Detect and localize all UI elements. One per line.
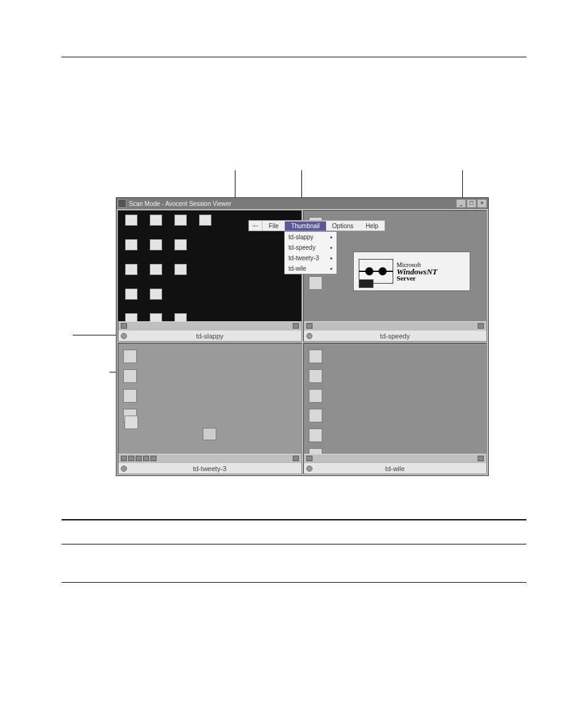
status-indicator-icon (121, 333, 127, 339)
status-indicator-icon (306, 466, 312, 472)
session-viewer-window: Scan Mode - Avocent Session Viewer _ □ ×… (116, 197, 489, 476)
desktop-icons-column (123, 350, 137, 422)
desktop-icon (309, 448, 322, 454)
submenu-arrow-icon: ▸ (330, 255, 333, 261)
nt-logo-line2: WindowsNT (397, 268, 438, 275)
desktop-icon (123, 369, 137, 383)
desktop-icon (122, 239, 141, 258)
nt-card-icon (359, 279, 374, 288)
desktop-icon (123, 350, 137, 363)
thumbnail-dropdown[interactable]: td-slappy ▸ td-speedy ▸ td-tweety-3 ▸ td… (284, 231, 337, 274)
taskbar-clock (293, 323, 299, 329)
callout-line-close-button (462, 170, 463, 197)
thumbtack-icon[interactable]: ⟜ (249, 221, 263, 231)
callout-line-status-indicator (73, 335, 117, 335)
desktop-thumbnail (304, 343, 487, 454)
generic-icon (174, 264, 187, 275)
desktop-icon (122, 215, 141, 233)
desktop-icon (122, 289, 141, 307)
thumbnail-taskbar (304, 454, 487, 462)
desktop-icon (196, 215, 214, 233)
close-button[interactable]: × (477, 199, 487, 208)
horizontal-rule (62, 582, 526, 583)
dropdown-item-label: td-slappy (288, 234, 314, 240)
thumbnail-caption: td-slappy (118, 330, 301, 341)
app-icon (118, 199, 126, 208)
generic-icon (150, 215, 162, 226)
maximize-button[interactable]: □ (467, 199, 476, 208)
menu-options[interactable]: Options (326, 221, 359, 231)
desktop-icon (147, 215, 165, 233)
recycle-bin-icon (203, 428, 216, 440)
submenu-arrow-icon: ▸ (330, 245, 333, 250)
desktop-thumbnail (118, 343, 301, 454)
submenu-arrow-icon: ▸ (330, 234, 333, 240)
desktop-icon (171, 239, 190, 258)
generic-icon (174, 313, 187, 321)
thumbnail-pane-td-tweety-3[interactable]: td-tweety-3 (118, 343, 302, 474)
status-indicator-icon (121, 466, 127, 472)
thumbnail-caption-label: td-speedy (380, 332, 410, 340)
desktop-icon (147, 239, 165, 258)
desktop-icon (171, 264, 190, 282)
desktop-icon (122, 264, 141, 282)
dropdown-item-label: td-wile (288, 265, 306, 272)
desktop-icon (147, 264, 165, 282)
menu-help[interactable]: Help (359, 221, 385, 231)
thumbnail-caption: td-speedy (304, 330, 487, 341)
submenu-arrow-icon: ▸ (330, 266, 333, 271)
desktop-icon (309, 276, 322, 290)
callout-line-thumbtack (235, 170, 235, 200)
windows-nt-splash: Microsoft WindowsNT Server (353, 252, 470, 291)
taskbar-tray (121, 456, 157, 461)
generic-icon (174, 239, 187, 250)
generic-icon (174, 215, 187, 226)
desktop-icon (147, 289, 165, 307)
thumbnail-caption-label: td-tweety-3 (193, 465, 226, 472)
dropdown-item-td-tweety-3[interactable]: td-tweety-3 ▸ (285, 253, 337, 263)
status-indicator-icon (306, 333, 312, 339)
thumbnail-taskbar (118, 321, 301, 330)
desktop-icon (309, 409, 322, 422)
horizontal-rule (62, 57, 526, 57)
titlebar[interactable]: Scan Mode - Avocent Session Viewer _ □ × (116, 198, 488, 209)
thumbnail-taskbar (304, 321, 487, 330)
generic-icon (125, 215, 137, 226)
menu-file[interactable]: File (263, 221, 285, 231)
minimize-button[interactable]: _ (456, 199, 466, 208)
desktop-icon (171, 215, 190, 233)
desktop-icon (147, 313, 165, 321)
dropdown-item-td-speedy[interactable]: td-speedy ▸ (285, 242, 337, 253)
desktop-icon (309, 350, 322, 363)
thumbnail-caption-label: td-slappy (196, 332, 224, 340)
dropdown-item-td-wile[interactable]: td-wile ▸ (285, 263, 337, 274)
window-title: Scan Mode - Avocent Session Viewer (129, 200, 456, 207)
nt-logo-text: Microsoft WindowsNT Server (397, 261, 438, 282)
thumbnail-pane-td-wile[interactable]: td-wile (303, 343, 488, 474)
desktop-icon (171, 313, 190, 321)
desktop-icon (309, 369, 322, 383)
thumbnail-caption: td-wile (304, 462, 487, 474)
dropdown-item-td-slappy[interactable]: td-slappy ▸ (285, 232, 337, 242)
horizontal-rule (62, 519, 526, 520)
thumbnails-grid: ⟜ File Thumbnail Options Help td-slappy … (116, 209, 488, 475)
desktop-icon (122, 313, 141, 321)
generic-icon (150, 313, 162, 321)
generic-icon (125, 289, 137, 300)
menu-thumbnail[interactable]: Thumbnail (285, 221, 326, 231)
thumbnail-caption-label: td-wile (385, 465, 405, 472)
dropdown-item-label: td-tweety-3 (288, 255, 319, 261)
desktop-icons-column (309, 350, 322, 454)
desktop-icons-grid (122, 215, 217, 321)
desktop-icon (309, 429, 322, 442)
generic-icon (199, 215, 211, 226)
generic-icon (125, 313, 137, 321)
desktop-icon (125, 416, 138, 429)
horizontal-rule (62, 544, 526, 544)
desktop-icon (309, 389, 322, 403)
thumbnail-taskbar (118, 454, 301, 462)
generic-icon (150, 289, 162, 300)
menubar[interactable]: ⟜ File Thumbnail Options Help (248, 220, 385, 231)
generic-icon (125, 264, 137, 275)
thumbnail-caption: td-tweety-3 (118, 462, 301, 474)
